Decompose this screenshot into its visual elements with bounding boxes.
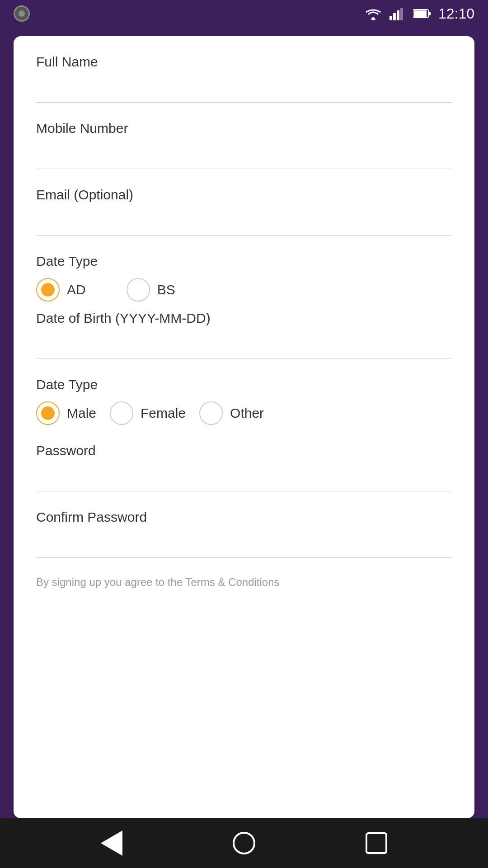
gender-female-option[interactable]: Female — [110, 401, 186, 425]
mobile-number-label: Mobile Number — [36, 121, 452, 136]
password-group: Password — [36, 443, 452, 491]
svg-rect-6 — [414, 10, 427, 17]
email-input[interactable] — [36, 212, 452, 236]
status-bar-right: 12:10 — [364, 5, 474, 22]
date-type-ad-label: AD — [67, 282, 86, 297]
date-type-bs-radio[interactable] — [127, 278, 150, 302]
svg-rect-1 — [389, 16, 392, 20]
confirm-password-group: Confirm Password — [36, 509, 452, 558]
dob-label: Date of Birth (YYYY-MM-DD) — [36, 311, 452, 326]
gender-female-label: Female — [141, 406, 186, 421]
mobile-number-group: Mobile Number — [36, 121, 452, 169]
svg-rect-4 — [400, 8, 403, 20]
password-label: Password — [36, 443, 452, 458]
password-input[interactable] — [36, 467, 452, 491]
gender-male-radio[interactable] — [36, 401, 60, 425]
back-icon — [101, 830, 122, 856]
date-type-ad-option[interactable]: AD — [36, 278, 86, 302]
gender-other-option[interactable]: Other — [199, 401, 264, 425]
svg-rect-7 — [429, 12, 431, 15]
email-group: Email (Optional) — [36, 187, 452, 236]
gender-male-label: Male — [67, 406, 96, 421]
full-name-group: Full Name — [36, 54, 452, 103]
gender-radio-group: Male Female Other — [36, 401, 452, 425]
dob-group: Date of Birth (YYYY-MM-DD) — [36, 311, 452, 359]
date-type-bs-label: BS — [157, 282, 175, 297]
full-name-label: Full Name — [36, 54, 452, 70]
gender-label: Date Type — [36, 377, 452, 392]
nav-recents-button[interactable] — [361, 827, 392, 859]
battery-icon — [413, 8, 431, 19]
svg-rect-3 — [397, 10, 399, 20]
full-name-input[interactable] — [36, 79, 452, 103]
confirm-password-label: Confirm Password — [36, 509, 452, 525]
nav-home-button[interactable] — [228, 827, 260, 859]
recents-icon — [366, 832, 387, 854]
gender-female-radio[interactable] — [110, 401, 133, 425]
gender-male-radio-inner — [41, 406, 55, 420]
terms-text: By signing up you agree to the Terms & C… — [36, 576, 452, 589]
date-type-bs-option[interactable]: BS — [127, 278, 175, 302]
bottom-navigation — [0, 818, 488, 868]
date-type-label: Date Type — [36, 254, 452, 269]
status-bar: 12:10 — [0, 0, 488, 27]
nav-back-button[interactable] — [96, 827, 127, 859]
registration-form: Full Name Mobile Number Email (Optional)… — [14, 36, 474, 818]
date-type-group: Date Type AD BS — [36, 254, 452, 302]
gender-male-option[interactable]: Male — [36, 401, 96, 425]
time-display: 12:10 — [438, 5, 474, 22]
svg-rect-2 — [393, 13, 396, 20]
date-type-ad-radio-inner — [41, 283, 55, 297]
gender-other-radio[interactable] — [199, 401, 223, 425]
email-label: Email (Optional) — [36, 187, 452, 203]
signal-icon — [389, 7, 406, 20]
mobile-number-input[interactable] — [36, 145, 452, 169]
gender-group: Date Type Male Female Other — [36, 377, 452, 425]
wifi-icon — [364, 7, 382, 20]
svg-marker-0 — [371, 17, 376, 19]
confirm-password-input[interactable] — [36, 534, 452, 558]
camera-icon — [14, 5, 30, 22]
date-type-ad-radio[interactable] — [36, 278, 60, 302]
date-type-radio-group: AD BS — [36, 278, 452, 302]
home-icon — [233, 832, 255, 854]
status-bar-left — [14, 5, 30, 22]
gender-other-label: Other — [230, 406, 264, 421]
dob-input[interactable] — [36, 335, 452, 359]
